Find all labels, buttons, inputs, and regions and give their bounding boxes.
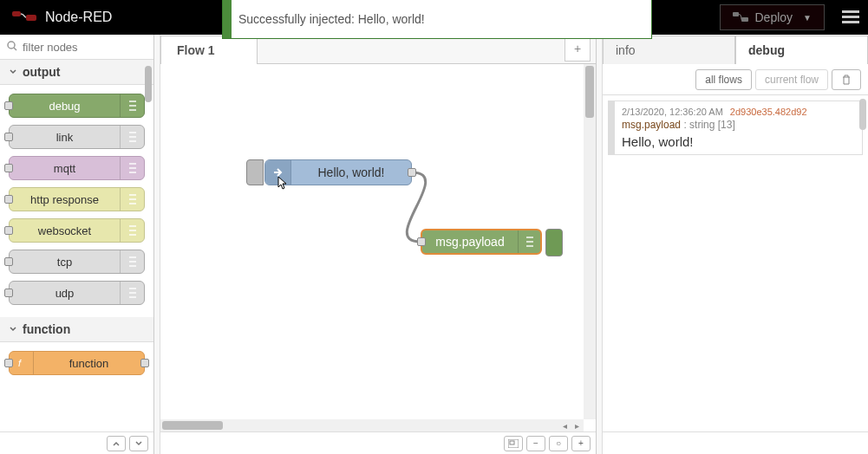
palette-collapse-all-button[interactable] — [107, 436, 126, 451]
deploy-label: Deploy — [755, 10, 793, 24]
workspace: Flow 1 + Hello, world! msg.payloa — [160, 35, 597, 454]
palette-node-label: http response — [10, 193, 120, 206]
palette-node-icon — [120, 282, 144, 304]
tab-flow-1[interactable]: Flow 1 — [160, 36, 258, 64]
debug-toggle-button[interactable] — [545, 229, 563, 256]
svg-rect-4 — [842, 10, 859, 13]
palette-expand-all-button[interactable] — [129, 436, 148, 451]
palette-node-label: udp — [10, 287, 120, 300]
chevron-down-icon — [9, 325, 17, 334]
palette-filter-input[interactable] — [23, 41, 147, 54]
deploy-icon — [733, 11, 748, 23]
palette-node-port — [4, 195, 13, 204]
svg-rect-1 — [26, 15, 36, 21]
chevron-down-icon — [9, 68, 17, 76]
nodered-logo-icon — [12, 10, 38, 25]
palette-node-function[interactable]: ffunction — [9, 351, 145, 375]
svg-point-7 — [8, 42, 15, 49]
palette-category-label: function — [23, 322, 70, 336]
debug-value: Hello, world! — [622, 134, 855, 149]
palette-node-label: tcp — [10, 256, 120, 269]
palette-category-function[interactable]: function — [0, 317, 153, 342]
trash-icon — [841, 75, 852, 85]
tab-debug[interactable]: debug — [735, 36, 868, 64]
palette-node-port — [4, 289, 13, 297]
tab-info[interactable]: info — [603, 36, 735, 64]
svg-rect-11 — [510, 441, 514, 444]
deploy-button[interactable]: Deploy ▼ — [720, 4, 826, 30]
palette-node-mqtt[interactable]: mqtt — [9, 156, 145, 180]
node-input-port[interactable] — [417, 237, 426, 246]
palette-node-icon — [120, 94, 144, 117]
filter-all-flows-button[interactable]: all flows — [695, 69, 752, 90]
svg-line-8 — [14, 48, 16, 50]
app-logo: Node-RED — [0, 10, 124, 25]
palette-node-tcp[interactable]: tcp — [9, 250, 145, 274]
svg-rect-5 — [842, 16, 859, 18]
main-menu-button[interactable] — [833, 0, 868, 35]
zoom-out-button[interactable]: − — [526, 436, 545, 451]
debug-timestamp: 2/13/2020, 12:36:20 AM — [622, 107, 723, 117]
node-output-port[interactable] — [408, 168, 416, 177]
palette-node-port — [4, 257, 13, 266]
svg-rect-2 — [733, 12, 739, 16]
navigator-button[interactable] — [504, 436, 523, 451]
caret-down-icon: ▼ — [803, 13, 812, 23]
palette-node-port — [4, 101, 13, 110]
palette-footer — [0, 431, 153, 454]
function-icon: f — [10, 352, 34, 374]
palette-node-icon — [120, 250, 144, 273]
debug-node-icon — [518, 230, 540, 253]
zoom-reset-button[interactable]: ○ — [549, 436, 568, 451]
palette-scrollbar[interactable] — [145, 66, 152, 102]
notification-toast: Successfully injected: Hello, world! — [222, 0, 652, 39]
add-flow-button[interactable]: + — [565, 36, 591, 62]
app-name: Node-RED — [45, 10, 112, 25]
palette-node-ws[interactable]: websocket — [9, 218, 145, 243]
svg-text:f: f — [18, 358, 22, 368]
palette-panel: outputdebuglinkmqtthttp responsewebsocke… — [0, 35, 154, 454]
zoom-in-button[interactable]: + — [571, 436, 591, 451]
palette-node-port — [4, 359, 13, 367]
palette-node-icon — [120, 219, 144, 242]
search-icon — [7, 40, 17, 54]
palette-node-debug[interactable]: debug — [9, 94, 145, 118]
filter-current-flow-button[interactable]: current flow — [755, 69, 828, 90]
inject-node-label: Hello, world! — [291, 165, 411, 179]
palette-node-label: link — [10, 131, 120, 144]
flow-canvas[interactable]: Hello, world! msg.payload — [160, 64, 596, 431]
palette-search[interactable] — [0, 35, 153, 60]
clear-debug-button[interactable] — [832, 69, 861, 90]
toast-message: Successfully injected: Hello, world! — [238, 12, 425, 26]
debug-node-id[interactable]: 2d930e35.482d92 — [730, 107, 807, 117]
palette-node-icon — [120, 188, 144, 211]
palette-node-label: websocket — [10, 224, 120, 237]
inject-trigger-button[interactable] — [246, 159, 264, 185]
sidebar-tabs: info debug — [603, 35, 868, 64]
debug-type: string [13] — [689, 119, 735, 131]
debug-message[interactable]: 2/13/2020, 12:36:20 AM 2d930e35.482d92 m… — [608, 101, 863, 155]
canvas-horizontal-scrollbar[interactable]: ◂▸ — [160, 419, 584, 431]
palette-node-udp[interactable]: udp — [9, 281, 145, 305]
sidebar: info debug all flows current flow 2/13/2… — [603, 35, 868, 454]
palette-category-label: output — [23, 65, 61, 79]
debug-node[interactable]: msg.payload — [421, 229, 542, 255]
palette-node-link[interactable]: link — [9, 125, 145, 149]
debug-toolbar: all flows current flow — [603, 64, 868, 95]
pointer-cursor-icon — [275, 175, 290, 195]
canvas-vertical-scrollbar[interactable] — [584, 64, 596, 419]
palette-node-port — [140, 359, 149, 367]
flow-tabs: Flow 1 + — [160, 35, 596, 64]
svg-rect-6 — [842, 21, 859, 23]
palette-category-output[interactable]: output — [0, 60, 153, 85]
debug-topic: msg.payload — [622, 119, 681, 131]
palette-node-port — [4, 164, 13, 172]
workspace-footer: − ○ + — [160, 431, 596, 454]
palette-node-icon — [120, 157, 144, 179]
sidebar-scrollbar[interactable] — [859, 99, 866, 130]
palette-node-icon — [120, 126, 144, 148]
debug-node-label: msg.payload — [422, 235, 518, 249]
palette-node-label: function — [34, 357, 144, 370]
palette-node-http[interactable]: http response — [9, 187, 145, 211]
svg-rect-0 — [12, 11, 21, 16]
